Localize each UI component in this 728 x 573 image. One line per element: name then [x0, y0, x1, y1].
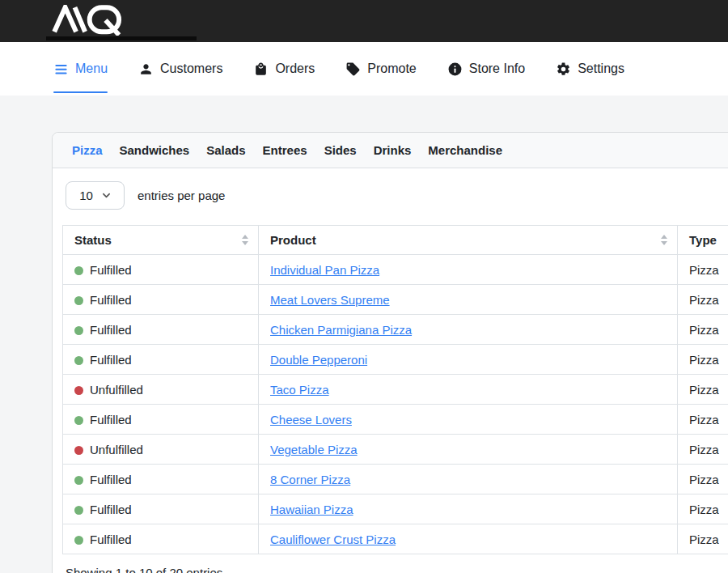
product-link[interactable]: Chicken Parmigiana Pizza: [270, 323, 412, 337]
product-cell: Cheese Lovers: [259, 405, 678, 435]
tab-drinks[interactable]: Drinks: [374, 143, 412, 157]
status-label: Fulfilled: [90, 413, 132, 427]
type-label: Pizza: [689, 503, 719, 516]
product-link[interactable]: Hawaiian Pizza: [270, 503, 353, 516]
status-label: Fulfilled: [90, 323, 132, 337]
nav-label: Settings: [578, 62, 624, 76]
menu-card: Pizza Sandwiches Salads Entrees Sides Dr…: [52, 132, 728, 573]
tab-pizza[interactable]: Pizza: [72, 143, 103, 157]
product-link[interactable]: Vegetable Pizza: [270, 443, 358, 456]
status-label: Fulfilled: [90, 503, 132, 516]
entries-count-value: 10: [79, 189, 93, 202]
status-cell: Fulfilled: [63, 285, 259, 315]
status-dot-icon: [74, 476, 83, 485]
type-cell: Pizza: [678, 255, 728, 285]
product-cell: Chicken Parmigiana Pizza: [259, 315, 678, 345]
product-link[interactable]: Meat Lovers Supreme: [270, 293, 390, 307]
product-link[interactable]: Individual Pan Pizza: [270, 263, 379, 277]
nav-label: Store Info: [469, 62, 525, 76]
product-cell: Double Pepperoni: [259, 345, 678, 375]
table-summary-text: Showing 1 to 10 of 20 entries: [66, 566, 728, 573]
type-label: Pizza: [689, 263, 719, 277]
nav-item-promote[interactable]: Promote: [345, 42, 416, 96]
type-cell: Pizza: [678, 494, 728, 524]
type-label: Pizza: [689, 323, 719, 337]
tab-sides[interactable]: Sides: [324, 143, 357, 157]
status-label: Unfulfilled: [90, 383, 143, 397]
status-dot-icon: [74, 386, 83, 395]
tab-entrees[interactable]: Entrees: [263, 143, 307, 157]
tab-merchandise[interactable]: Merchandise: [428, 143, 502, 157]
top-app-bar: [0, 0, 728, 42]
column-label: Status: [74, 233, 112, 247]
table-row: Unfulfilled Vegetable Pizza Pizza: [63, 435, 728, 465]
status-cell: Fulfilled: [63, 465, 259, 494]
type-cell: Pizza: [678, 435, 728, 465]
product-link[interactable]: Double Pepperoni: [270, 353, 367, 367]
status-cell: Fulfilled: [63, 345, 259, 375]
nav-item-customers[interactable]: Customers: [138, 42, 222, 96]
type-label: Pizza: [689, 473, 719, 486]
product-cell: Vegetable Pizza: [259, 435, 678, 465]
status-cell: Unfulfilled: [63, 375, 259, 405]
product-cell: Cauliflower Crust Pizza: [259, 524, 678, 554]
entries-per-page-control: 10 entries per page: [66, 181, 728, 210]
product-cell: Hawaiian Pizza: [259, 494, 678, 524]
table-row: Unfulfilled Taco Pizza Pizza: [63, 375, 728, 405]
tag-icon: [345, 62, 361, 77]
nav-item-settings[interactable]: Settings: [556, 42, 624, 96]
table-body: Fulfilled Individual Pan Pizza Pizza Ful…: [63, 255, 728, 554]
tab-sandwiches[interactable]: Sandwiches: [120, 143, 190, 157]
status-dot-icon: [74, 506, 83, 515]
type-cell: Pizza: [678, 405, 728, 435]
brand-logo-aiq: [52, 5, 124, 36]
chevron-down-icon: [102, 191, 111, 200]
table-row: Fulfilled 8 Corner Pizza Pizza: [63, 465, 728, 494]
status-cell: Fulfilled: [63, 255, 259, 285]
sort-icon[interactable]: [661, 235, 667, 245]
type-cell: Pizza: [678, 285, 728, 315]
status-cell: Fulfilled: [63, 524, 259, 554]
page-content: Pizza Sandwiches Salads Entrees Sides Dr…: [0, 96, 728, 573]
status-dot-icon: [74, 356, 83, 365]
type-cell: Pizza: [678, 345, 728, 375]
nav-label: Customers: [160, 62, 222, 76]
table-row: Fulfilled Cauliflower Crust Pizza Pizza: [63, 524, 728, 554]
type-label: Pizza: [689, 383, 719, 397]
column-label: Type: [689, 233, 717, 247]
nav-item-store-info[interactable]: Store Info: [447, 42, 525, 96]
table-row: Fulfilled Double Pepperoni Pizza: [63, 345, 728, 375]
column-header-product[interactable]: Product: [259, 226, 678, 255]
product-link[interactable]: 8 Corner Pizza: [270, 473, 350, 486]
status-dot-icon: [74, 326, 83, 335]
card-body: 10 entries per page Status: [53, 168, 728, 573]
nav-item-orders[interactable]: Orders: [253, 42, 315, 96]
gear-icon: [556, 62, 571, 77]
entries-per-page-label: entries per page: [138, 189, 225, 202]
product-link[interactable]: Cheese Lovers: [270, 413, 352, 427]
status-cell: Fulfilled: [63, 315, 259, 345]
info-icon: [447, 62, 463, 77]
status-dot-icon: [74, 536, 83, 545]
status-label: Fulfilled: [90, 263, 132, 277]
status-label: Unfulfilled: [90, 443, 143, 456]
tab-salads[interactable]: Salads: [206, 143, 245, 157]
sort-icon[interactable]: [242, 235, 248, 245]
table-row: Fulfilled Hawaiian Pizza Pizza: [63, 494, 728, 524]
nav-item-menu[interactable]: Menu: [53, 42, 108, 96]
nav-label: Promote: [367, 62, 416, 76]
entries-count-select[interactable]: 10: [66, 181, 125, 210]
product-link[interactable]: Cauliflower Crust Pizza: [270, 533, 396, 546]
product-cell: Taco Pizza: [259, 375, 678, 405]
person-icon: [138, 62, 154, 77]
column-header-type[interactable]: Type: [678, 226, 728, 255]
product-cell: Meat Lovers Supreme: [259, 285, 678, 315]
status-dot-icon: [74, 266, 83, 275]
hamburger-icon: [53, 62, 69, 77]
status-label: Fulfilled: [90, 293, 132, 307]
bag-icon: [253, 62, 269, 77]
type-cell: Pizza: [678, 524, 728, 554]
product-link[interactable]: Taco Pizza: [270, 383, 329, 397]
column-header-status[interactable]: Status: [63, 226, 259, 255]
type-label: Pizza: [689, 443, 719, 456]
